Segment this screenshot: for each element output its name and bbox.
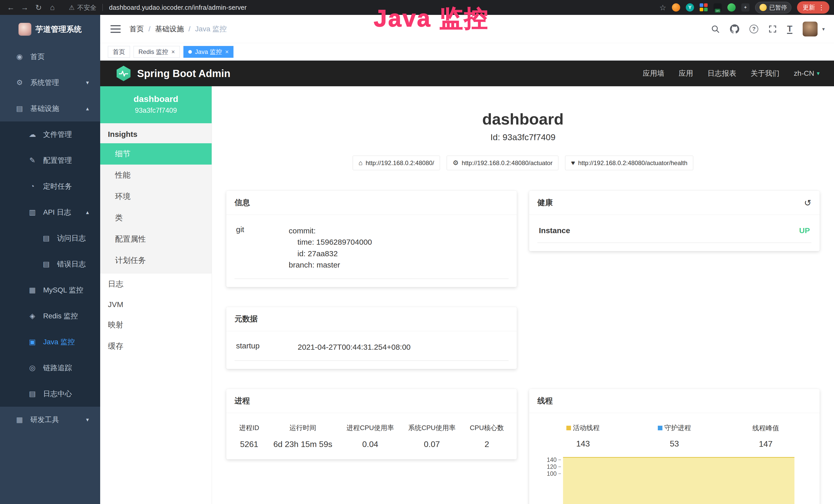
bookmark-star-icon[interactable]: ☆ [659,3,666,12]
column-header: 系统CPU使用率 [408,423,456,432]
sidebar-item-java-monitor[interactable]: ▣ Java 监控 [0,329,100,355]
sidebar-item-error-logs[interactable]: ▤ 错误日志 [0,251,100,277]
app-logo[interactable]: 芋道管理系统 [0,15,100,44]
tag-redis-monitor[interactable]: Redis 监控 [134,46,180,58]
tag-home[interactable]: 首页 [108,46,130,58]
sba-item-loggers[interactable]: 日志 [100,273,212,295]
sba-item-jvm[interactable]: JVM [100,295,212,314]
breadcrumb: 首页 基础设施 Java 监控 [129,24,227,34]
breadcrumb-home[interactable]: 首页 [129,24,144,34]
layers-icon: ◈ [27,312,38,320]
extension-icon-orange[interactable] [672,3,680,12]
sidebar-item-dev-tools[interactable]: ▦ 研发工具 ▾ [0,407,100,433]
back-icon[interactable]: ← [5,1,17,14]
sidebar-item-infrastructure[interactable]: ▤ 基础设施 ▴ [0,95,100,121]
locale-selector[interactable]: zh-CN ▾ [794,69,820,77]
monitor-icon: ▤ [14,104,25,113]
sidebar-item-config-mgmt[interactable]: ✎ 配置管理 [0,147,100,173]
chevron-down-icon: ▾ [817,70,820,77]
sidebar-item-mysql-monitor[interactable]: ▦ MySQL 监控 [0,277,100,303]
browser-menu-icon[interactable]: ⋮ [818,4,825,12]
sidebar-item-home[interactable]: ◉ 首页 [0,44,100,70]
link-label: http://192.168.0.2:48080/ [366,159,434,167]
history-icon[interactable]: ↺ [804,198,812,208]
locale-label: zh-CN [794,69,814,77]
info-row-git: git commit: time: 1596289704000 id: 27aa… [235,224,509,279]
sba-item-beans[interactable]: 类 [100,207,212,229]
sba-item-caches[interactable]: 缓存 [100,336,212,357]
help-icon[interactable] [749,25,758,33]
browser-home-icon[interactable]: ⌂ [46,1,59,14]
sidebar-item-tracing[interactable]: ◎ 链路追踪 [0,355,100,381]
chevron-up-icon: ▴ [86,105,89,112]
health-url-link[interactable]: ♥ http://192.168.0.2:48080/actuator/heal… [565,156,693,170]
threads-card: 线程 活动线程 143 [529,389,820,504]
hamburger-icon[interactable] [110,25,121,33]
service-url-link[interactable]: ⌂ http://192.168.0.2:48080/ [353,156,440,170]
security-label: 不安全 [77,3,96,12]
chevron-up-icon: ▴ [86,209,89,216]
extension-icon-pinwheel[interactable] [741,3,749,12]
sba-nav-journal[interactable]: 日志报表 [708,69,737,78]
document-icon: ▥ [27,208,38,216]
avatar-caret-icon[interactable]: ▾ [822,26,825,32]
legend-label: 活动线程 [573,423,600,432]
sidebar-item-log-center[interactable]: ▤ 日志中心 [0,381,100,407]
sidebar-item-label: 基础设施 [30,104,59,113]
instance-header[interactable]: dashboard 93a3fc7f7409 [100,86,212,123]
column-value: 6d 23h 15m 59s [273,439,332,449]
sba-item-mappings[interactable]: 映射 [100,314,212,336]
search-icon[interactable] [711,25,720,33]
monitor-icon: ▣ [27,338,38,346]
sba-brand-title[interactable]: Spring Boot Admin [137,68,231,79]
sba-item-scheduled-tasks[interactable]: 计划任务 [100,250,212,271]
sidebar-item-api-logs[interactable]: ▥ API 日志 ▴ [0,199,100,225]
column-value: 2 [470,439,504,449]
chevron-down-icon: ▾ [86,79,89,86]
url-bar[interactable]: dashboard.yudao.iocoder.cn/infra/admin-s… [109,4,247,11]
chrome-update-button[interactable]: 更新 ⋮ [797,1,829,14]
sba-item-details[interactable]: 细节 [100,143,212,165]
forward-icon[interactable]: → [19,1,31,14]
column-header: 进程CPU使用率 [347,423,394,432]
status-badge: UP [799,226,810,235]
sidebar-item-access-logs[interactable]: ▤ 访问日志 [0,225,100,251]
close-tab-icon[interactable] [171,49,175,55]
sba-item-metrics[interactable]: 性能 [100,165,212,186]
wrench-icon: ⚙ [453,159,459,167]
actuator-url-link[interactable]: ⚙ http://192.168.0.2:48080/actuator [447,156,558,170]
metadata-card-title: 元数据 [235,314,258,324]
sba-item-environment[interactable]: 环境 [100,186,212,207]
sba-item-config-props[interactable]: 配置属性 [100,229,212,250]
active-threads-area-series [563,457,794,504]
site-security[interactable]: ⚠ 不安全 [69,3,96,12]
close-tab-icon[interactable] [225,49,228,55]
sba-logo-icon [117,66,130,81]
sidebar-item-system-mgmt[interactable]: ⚙ 系统管理 ▾ [0,70,100,95]
tags-view: 首页 Redis 监控 Java 监控 [100,43,834,61]
extension-icon-teal-y[interactable] [686,3,694,12]
tag-java-monitor[interactable]: Java 监控 [183,46,234,58]
reload-icon[interactable]: ↻ [32,1,45,14]
process-col-cpu-cores: CPU核心数 2 [470,423,504,449]
breadcrumb-infrastructure[interactable]: 基础设施 [144,24,184,34]
font-size-icon[interactable]: T [787,24,792,34]
sba-nav-wallboard[interactable]: 应用墙 [643,69,664,78]
profile-paused-badge[interactable]: 已暂停 [755,2,791,13]
sidebar-item-redis-monitor[interactable]: ◈ Redis 监控 [0,303,100,329]
sidebar-item-scheduled-jobs[interactable]: ◔ 定时任务 [0,173,100,199]
document-icon: ▤ [41,234,51,243]
fullscreen-icon[interactable] [768,25,777,33]
sba-body: dashboard 93a3fc7f7409 Insights 细节 性能 环境… [100,86,834,504]
metadata-card-header: 元数据 [226,307,517,331]
sba-nav-applications[interactable]: 应用 [679,69,693,78]
sba-nav-about[interactable]: 关于我们 [751,69,780,78]
sidebar-item-label: 日志中心 [43,389,72,399]
sidebar-item-file-mgmt[interactable]: ☁ 文件管理 [0,121,100,147]
extension-icon-dark[interactable]: on [714,3,722,12]
chevron-down-icon: ▾ [86,416,89,423]
extension-icon-green[interactable] [727,3,736,12]
user-avatar[interactable] [803,22,817,37]
github-icon[interactable] [730,24,739,33]
extension-icon-grid[interactable] [700,3,708,12]
